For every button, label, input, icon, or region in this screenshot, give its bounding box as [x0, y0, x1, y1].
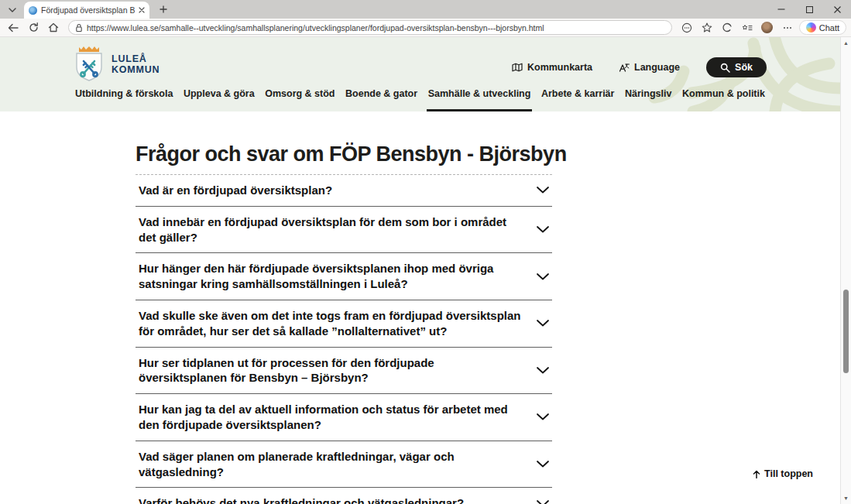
chevron-down-icon	[537, 413, 549, 420]
site-header: LULEÅ KOMMUN Kommunkarta Language Sök	[0, 37, 840, 111]
address-bar[interactable]: https://www.lulea.se/samhalle--utvecklin…	[68, 20, 672, 35]
tab-actions-menu-button[interactable]	[4, 3, 21, 17]
faq-question: Hur ser tidplanen ut för processen för d…	[139, 355, 526, 386]
search-icon	[720, 63, 730, 73]
faq-question: Vad skulle ske även om det inte togs fra…	[139, 308, 526, 339]
home-icon	[48, 22, 59, 33]
back-button[interactable]	[5, 20, 22, 36]
nav-item-kommun[interactable]: Kommun & politik	[681, 88, 767, 111]
municipality-logo[interactable]: LULEÅ KOMMUN	[74, 46, 160, 83]
copilot-icon	[806, 22, 816, 33]
chevron-down-icon	[537, 367, 549, 374]
lock-icon	[75, 23, 83, 33]
minimize-icon	[777, 5, 785, 13]
settings-ellipsis-icon	[783, 26, 792, 29]
nav-item-naringsliv[interactable]: Näringsliv	[623, 88, 673, 111]
chevron-down-icon	[537, 500, 549, 504]
faq-item[interactable]: Hur ser tidplanen ut för processen för d…	[136, 348, 552, 395]
faq-item[interactable]: Hur kan jag ta del av aktuell informatio…	[136, 394, 552, 441]
page-title: Frågor och svar om FÖP Bensbyn - Björsby…	[136, 142, 840, 166]
plus-icon	[160, 5, 167, 13]
scrollbar-down-arrow[interactable]: ▼	[841, 493, 851, 503]
faq-item[interactable]: Vad innebär en fördjupad översiktsplan f…	[136, 207, 552, 254]
main-navigation: Utbildning & förskola Uppleva & göra Oms…	[74, 88, 767, 111]
faq-item[interactable]: Varför behövs det nya kraftledningar och…	[136, 488, 552, 504]
new-tab-button[interactable]	[154, 2, 173, 17]
home-button[interactable]	[45, 20, 62, 36]
faq-item[interactable]: Vad skulle ske även om det inte togs fra…	[136, 300, 552, 348]
settings-menu-button[interactable]	[779, 20, 796, 36]
up-arrow-icon	[753, 470, 760, 478]
collections-icon	[742, 23, 753, 33]
faq-question: Vad säger planen om planerade kraftledni…	[139, 449, 526, 480]
profile-avatar	[761, 22, 773, 33]
favorites-star-icon	[702, 22, 712, 33]
maximize-icon	[806, 6, 813, 13]
permissions-ellipsis-icon	[681, 22, 692, 33]
site-permissions-button[interactable]	[678, 20, 695, 36]
faq-question: Varför behövs det nya kraftledningar och…	[139, 495, 464, 504]
url-text: https://www.lulea.se/samhalle--utvecklin…	[87, 23, 544, 33]
tab-close-icon[interactable]	[139, 7, 145, 13]
collections-button[interactable]	[739, 20, 756, 36]
refresh-button[interactable]	[25, 20, 42, 36]
language-link[interactable]: Language	[619, 62, 680, 73]
nav-item-samhalle[interactable]: Samhälle & utveckling	[427, 88, 533, 111]
faq-item[interactable]: Hur hänger den här fördjupade översiktsp…	[136, 253, 552, 300]
site-favicon	[29, 6, 37, 15]
web-page: LULEÅ KOMMUN Kommunkarta Language Sök	[0, 37, 840, 504]
chevron-down-icon	[537, 461, 549, 468]
favorites-button[interactable]	[698, 20, 715, 36]
browser-essentials-button[interactable]	[719, 20, 736, 36]
scrollbar-thumb[interactable]	[843, 290, 849, 373]
nav-item-omsorg[interactable]: Omsorg & stöd	[263, 88, 336, 111]
faq-item[interactable]: Vad är en fördjupad översiktsplan?	[136, 175, 552, 207]
refresh-icon	[29, 22, 39, 33]
faq-question: Hur hänger den här fördjupade översiktsp…	[139, 261, 526, 292]
browser-window: Fördjupad översiktsplan Bensbyn	[0, 0, 851, 504]
close-icon	[834, 6, 841, 13]
nav-item-utbildning[interactable]: Utbildning & förskola	[74, 88, 174, 111]
chevron-down-icon	[537, 226, 549, 233]
map-icon	[512, 63, 523, 72]
browser-tab[interactable]: Fördjupad översiktsplan Bensbyn	[24, 2, 149, 19]
window-controls	[767, 0, 851, 19]
nav-item-arbete[interactable]: Arbete & karriär	[540, 88, 616, 111]
faq-question: Hur kan jag ta del av aktuell informatio…	[139, 402, 526, 433]
lulea-coat-of-arms-icon	[74, 46, 105, 83]
profile-button[interactable]	[759, 20, 776, 36]
chevron-down-icon	[9, 8, 16, 12]
chevron-down-icon	[537, 273, 549, 280]
nav-item-boende[interactable]: Boende & gator	[344, 88, 419, 111]
back-arrow-icon	[8, 23, 19, 33]
tab-title: Fördjupad översiktsplan Bensbyn	[41, 5, 135, 15]
faq-question: Vad innebär en fördjupad översiktsplan f…	[139, 214, 526, 245]
back-to-top-link[interactable]: Till toppen	[753, 468, 813, 479]
minimize-button[interactable]	[767, 0, 795, 19]
page-scrollbar[interactable]: ▲ ▼	[840, 37, 851, 504]
copilot-chat-button[interactable]: Chatt	[799, 20, 846, 35]
browser-essentials-icon	[722, 22, 732, 33]
language-icon	[619, 63, 630, 73]
header-tools: Kommunkarta Language Sök	[512, 57, 767, 77]
faq-item[interactable]: Vad säger planen om planerade kraftledni…	[136, 441, 552, 489]
browser-toolbar: https://www.lulea.se/samhalle--utvecklin…	[0, 19, 851, 37]
faq-question: Vad är en fördjupad översiktsplan?	[139, 183, 332, 198]
main-content: Frågor och svar om FÖP Bensbyn - Björsby…	[0, 111, 840, 504]
logo-wordmark: LULEÅ KOMMUN	[112, 53, 160, 76]
scrollbar-up-arrow[interactable]: ▲	[841, 38, 851, 48]
browser-titlebar: Fördjupad översiktsplan Bensbyn	[0, 0, 851, 19]
chevron-down-icon	[537, 187, 549, 194]
nav-item-uppleva[interactable]: Uppleva & göra	[182, 88, 256, 111]
faq-accordion: Vad är en fördjupad översiktsplan? Vad i…	[136, 174, 552, 504]
close-window-button[interactable]	[823, 0, 851, 19]
kommunkarta-link[interactable]: Kommunkarta	[512, 62, 592, 73]
chevron-down-icon	[537, 320, 549, 327]
search-button[interactable]: Sök	[706, 57, 767, 77]
maximize-button[interactable]	[795, 0, 823, 19]
